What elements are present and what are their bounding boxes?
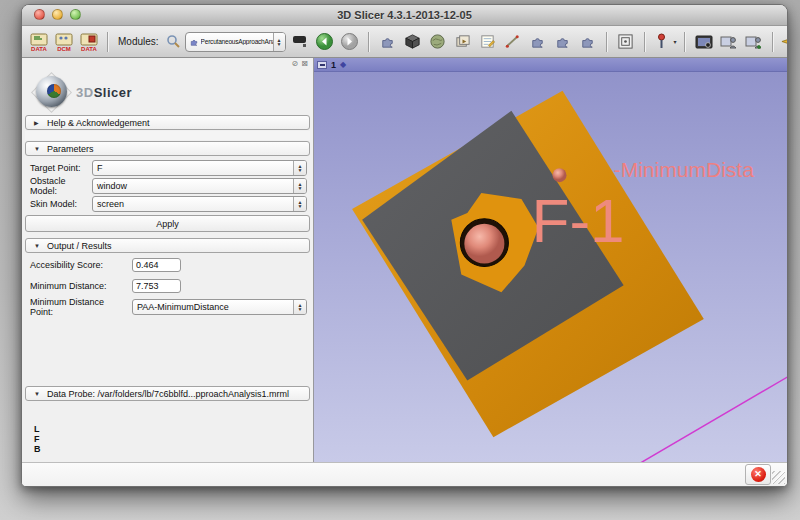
- skin-model-label: Skin Model:: [30, 199, 88, 209]
- main-toolbar: DATA DCM DATA Modules:: [22, 26, 787, 58]
- collapse-arrow-icon: ▶: [34, 119, 41, 126]
- layout-cube-icon[interactable]: [402, 31, 424, 53]
- zoom-window-button[interactable]: [70, 9, 81, 20]
- extension-module-icon[interactable]: [377, 31, 399, 53]
- extension-module-icon[interactable]: [552, 31, 574, 53]
- obstacle-model-label: Obstacle Model:: [30, 176, 88, 196]
- title-bar[interactable]: 3D Slicer 4.3.1-2013-12-05: [22, 5, 787, 26]
- target-point-label: Target Point:: [30, 163, 88, 173]
- ruler-markup-icon[interactable]: [502, 31, 524, 53]
- traffic-lights: [34, 9, 81, 20]
- minimum-distance-point-label: Minimum Distance Point:: [30, 297, 128, 317]
- threed-scene[interactable]: -MinimumDista F-1: [314, 71, 787, 462]
- close-window-button[interactable]: [34, 9, 45, 20]
- toolbar-separator: [644, 32, 646, 52]
- obstacle-model-combobox[interactable]: window ▲▼: [92, 178, 307, 194]
- extension-module-icon[interactable]: [577, 31, 599, 53]
- module-selector-combobox[interactable]: PercutaneousApproachAnalysis ▲▼: [185, 32, 286, 52]
- crosshair-icon[interactable]: [781, 31, 788, 53]
- measurement-line: [639, 377, 787, 462]
- extension-module-icon[interactable]: [527, 31, 549, 53]
- main-area: ⊘ ⊠ 3DSlicer ▶ Help & Acknowledgement ▼ …: [22, 58, 787, 462]
- history-forward-button[interactable]: [339, 31, 361, 53]
- minimum-distance-field[interactable]: 7.753: [132, 279, 181, 293]
- orientation-label-b: B: [34, 444, 311, 454]
- brain-atlas-icon[interactable]: [427, 31, 449, 53]
- stepper-arrows-icon[interactable]: ▲▼: [293, 161, 306, 175]
- target-annotation: F-1: [531, 186, 624, 255]
- view-controller-bar[interactable]: 1 ◆: [314, 58, 787, 72]
- view-pin-icon[interactable]: [317, 61, 327, 69]
- app-window: 3D Slicer 4.3.1-2013-12-05 DATA DCM DATA: [21, 4, 788, 487]
- orientation-labels: L F B: [34, 424, 311, 454]
- module-panel-toggle-icon[interactable]: [289, 31, 311, 53]
- accessibility-score-label: Accesibility Score:: [30, 260, 128, 270]
- history-back-button[interactable]: [314, 31, 336, 53]
- module-selector-value: PercutaneousApproachAnalysis: [201, 38, 273, 45]
- svg-text:DATA: DATA: [81, 45, 97, 51]
- collapsed-pane: [25, 131, 310, 140]
- fiducial-pin-icon[interactable]: [653, 31, 671, 53]
- threed-viewport[interactable]: 1 ◆: [314, 58, 787, 462]
- scene-view-icon[interactable]: [718, 31, 740, 53]
- orientation-label-l: L: [34, 424, 311, 434]
- view-number: 1: [331, 60, 336, 70]
- orientation-label-f: F: [34, 434, 311, 444]
- slicer-logo-text: 3DSlicer: [76, 85, 132, 100]
- toolbar-separator: [684, 32, 686, 52]
- target-sphere[interactable]: [464, 224, 504, 264]
- svg-text:DCM: DCM: [57, 45, 71, 51]
- load-data-icon[interactable]: DATA: [28, 31, 50, 53]
- minimum-distance-label: Minimum Distance:: [30, 281, 128, 291]
- stepper-arrows-icon[interactable]: ▲▼: [293, 300, 306, 314]
- expand-arrow-icon: ▼: [34, 243, 41, 249]
- module-search-icon[interactable]: [166, 31, 182, 53]
- scene-cards-icon[interactable]: [452, 31, 474, 53]
- panel-pin-icon[interactable]: ⊠: [301, 60, 308, 68]
- scene-view-add-icon[interactable]: [743, 31, 765, 53]
- section-output-results[interactable]: ▼ Output / Results: [25, 238, 310, 253]
- fiducial-dropdown-arrow-icon[interactable]: ▾: [674, 38, 677, 45]
- minimum-distance-point-combobox[interactable]: PAA-MinimumDistance ▲▼: [132, 299, 307, 315]
- section-data-probe[interactable]: ▼ Data Probe: /var/folders/lb/7c6bblfd..…: [25, 386, 310, 401]
- load-dicom-icon[interactable]: DCM: [53, 31, 75, 53]
- slicer-logo: 3DSlicer: [24, 70, 311, 114]
- expand-arrow-icon: ▼: [34, 391, 41, 397]
- panel-top-buttons: ⊘ ⊠: [24, 58, 311, 70]
- error-log-button[interactable]: ✕: [745, 464, 771, 485]
- panel-help-icon[interactable]: ⊘: [292, 60, 299, 68]
- apply-button[interactable]: Apply: [25, 215, 310, 232]
- error-x-icon: ✕: [751, 467, 766, 482]
- resize-grip[interactable]: [772, 471, 785, 484]
- svg-text:DATA: DATA: [31, 45, 47, 51]
- module-puzzle-icon: [189, 37, 199, 47]
- expand-arrow-icon: ▼: [34, 146, 41, 152]
- skin-model-combobox[interactable]: screen ▲▼: [92, 196, 307, 212]
- toolbar-separator: [772, 32, 774, 52]
- output-form: Accesibility Score: 0.464 Minimum Distan…: [24, 254, 311, 316]
- stepper-arrows-icon[interactable]: ▲▼: [293, 179, 306, 193]
- min-distance-annotation: -MinimumDista: [614, 158, 755, 181]
- view-menu-diamond-icon[interactable]: ◆: [340, 61, 346, 69]
- stepper-arrows-icon[interactable]: ▲▼: [293, 197, 306, 211]
- toolbar-separator: [368, 32, 370, 52]
- section-help-acknowledgement[interactable]: ▶ Help & Acknowledgement: [25, 115, 310, 130]
- toolbar-separator: [107, 32, 109, 52]
- minimize-window-button[interactable]: [52, 9, 63, 20]
- target-point-combobox[interactable]: F ▲▼: [92, 160, 307, 176]
- window-title: 3D Slicer 4.3.1-2013-12-05: [337, 9, 472, 21]
- module-panel: ⊘ ⊠ 3DSlicer ▶ Help & Acknowledgement ▼ …: [22, 58, 314, 462]
- status-bar: ✕: [22, 462, 787, 486]
- window-capture-icon[interactable]: [615, 31, 637, 53]
- minimum-distance-point-sphere[interactable]: [553, 168, 567, 182]
- modules-label: Modules:: [118, 36, 159, 47]
- screen-capture-icon[interactable]: [693, 31, 715, 53]
- save-data-icon[interactable]: DATA: [78, 31, 100, 53]
- annotation-notepad-icon[interactable]: [477, 31, 499, 53]
- toolbar-separator: [606, 32, 608, 52]
- slicer-logo-icon: [34, 75, 68, 109]
- accessibility-score-field[interactable]: 0.464: [132, 258, 181, 272]
- section-parameters[interactable]: ▼ Parameters: [25, 141, 310, 156]
- parameters-form: Target Point: F ▲▼ Obstacle Model: windo…: [24, 157, 311, 213]
- module-selector-stepper[interactable]: ▲▼: [273, 33, 285, 51]
